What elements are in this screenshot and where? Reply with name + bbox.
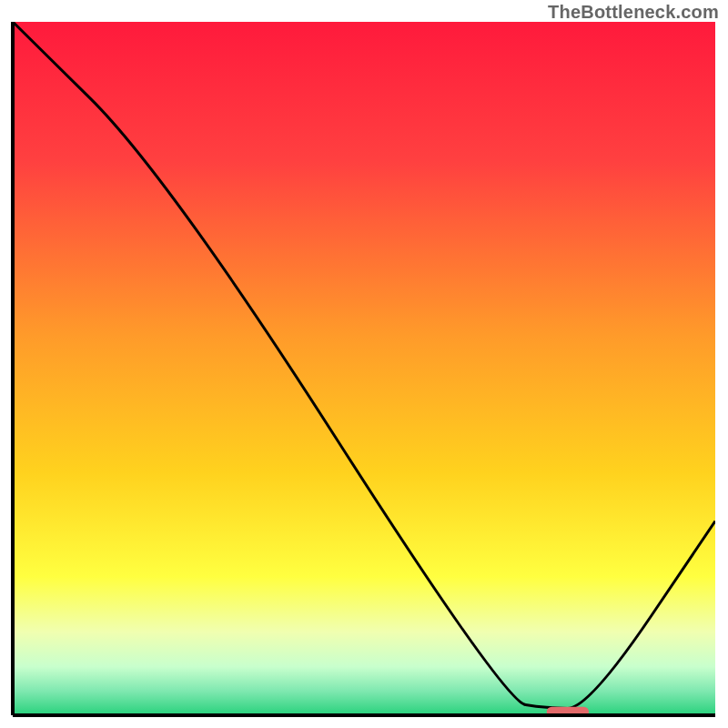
bottleneck-chart (0, 0, 728, 728)
chart-stage: TheBottleneck.com (0, 0, 728, 728)
gradient-background (13, 22, 715, 715)
